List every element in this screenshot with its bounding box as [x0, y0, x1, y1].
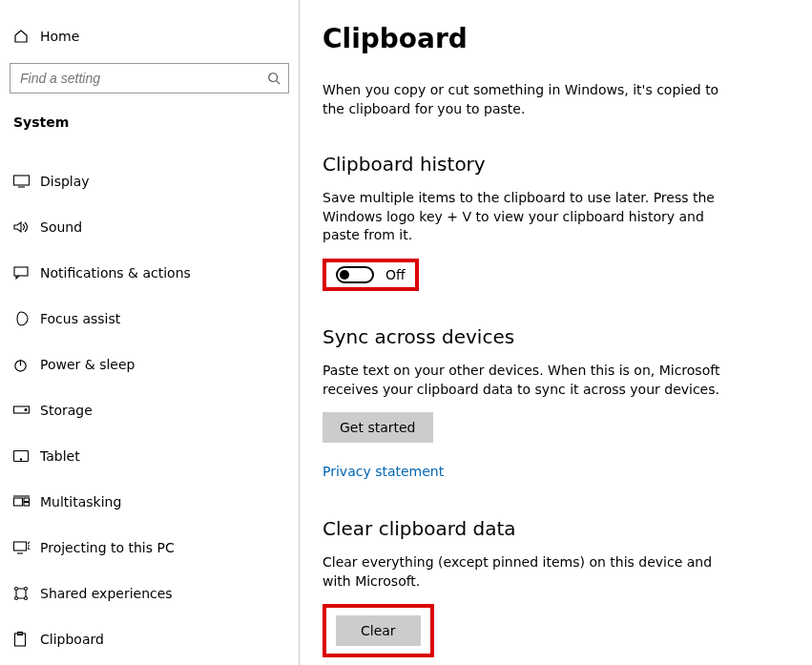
- multitasking-icon: [13, 495, 40, 509]
- sync-desc: Paste text on your other devices. When t…: [323, 362, 733, 399]
- svg-rect-1: [14, 176, 30, 185]
- svg-rect-8: [14, 498, 23, 506]
- svg-rect-10: [24, 503, 30, 507]
- clear-heading: Clear clipboard data: [323, 517, 755, 540]
- notifications-icon: [13, 266, 40, 280]
- highlight-frame: Clear: [323, 604, 434, 657]
- sidebar-item-label: Focus assist: [40, 311, 120, 326]
- svg-rect-9: [24, 498, 30, 502]
- sidebar-item-multitasking[interactable]: Multitasking: [0, 479, 299, 525]
- svg-rect-11: [14, 542, 27, 551]
- page-title: Clipboard: [323, 23, 755, 54]
- sidebar-item-label: Clipboard: [40, 632, 104, 647]
- search-wrap: [0, 63, 299, 94]
- storage-icon: [13, 405, 40, 415]
- sidebar-item-focus-assist[interactable]: Focus assist: [0, 296, 299, 342]
- clipboard-history-toggle[interactable]: [336, 266, 374, 283]
- settings-sidebar: Home System Display: [0, 0, 300, 665]
- sidebar-item-storage[interactable]: Storage: [0, 387, 299, 433]
- clipboard-history-desc: Save multiple items to the clipboard to …: [323, 189, 733, 245]
- sidebar-nav: Display Sound Notifications & actions: [0, 158, 299, 662]
- sidebar-item-label: Storage: [40, 403, 93, 418]
- sidebar-item-label: Multitasking: [40, 494, 121, 509]
- clipboard-icon: [13, 632, 40, 647]
- intro-text: When you copy or cut something in Window…: [323, 81, 733, 118]
- sidebar-item-label: Display: [40, 174, 90, 189]
- clear-button[interactable]: Clear: [336, 615, 421, 646]
- svg-point-12: [15, 588, 18, 591]
- sidebar-item-tablet[interactable]: Tablet: [0, 433, 299, 479]
- sidebar-item-label: Notifications & actions: [40, 265, 191, 281]
- settings-main: Clipboard When you copy or cut something…: [300, 0, 812, 665]
- sound-icon: [13, 220, 40, 234]
- projecting-icon: [13, 541, 40, 554]
- svg-rect-2: [14, 267, 28, 276]
- tablet-icon: [13, 450, 40, 463]
- focus-assist-icon: [13, 311, 40, 326]
- sidebar-item-label: Sound: [40, 219, 82, 235]
- sidebar-item-sound[interactable]: Sound: [0, 204, 299, 250]
- search-icon: [267, 72, 281, 85]
- toggle-state-label: Off: [385, 267, 406, 282]
- svg-point-13: [25, 588, 28, 591]
- search-box[interactable]: [10, 63, 289, 94]
- svg-point-0: [269, 73, 278, 82]
- display-icon: [13, 175, 40, 188]
- shared-experiences-icon: [13, 586, 40, 601]
- sidebar-home[interactable]: Home: [0, 19, 299, 53]
- sidebar-item-label: Projecting to this PC: [40, 540, 175, 555]
- sidebar-home-label: Home: [40, 29, 79, 44]
- get-started-button[interactable]: Get started: [323, 412, 433, 443]
- clipboard-history-heading: Clipboard history: [323, 153, 755, 176]
- svg-point-7: [20, 458, 21, 459]
- sidebar-section-heading: System: [0, 94, 299, 130]
- svg-point-15: [25, 597, 28, 600]
- home-icon: [13, 29, 40, 44]
- svg-point-14: [15, 597, 18, 600]
- sidebar-item-label: Tablet: [40, 448, 80, 464]
- toggle-knob: [340, 270, 349, 280]
- search-input[interactable]: [20, 71, 267, 86]
- sidebar-item-projecting[interactable]: Projecting to this PC: [0, 525, 299, 571]
- sidebar-item-power-sleep[interactable]: Power & sleep: [0, 342, 299, 387]
- sync-heading: Sync across devices: [323, 325, 755, 348]
- sidebar-item-label: Shared experiences: [40, 586, 173, 601]
- highlight-frame: Off: [323, 259, 419, 291]
- sidebar-item-shared-experiences[interactable]: Shared experiences: [0, 571, 299, 616]
- privacy-link[interactable]: Privacy statement: [323, 464, 444, 479]
- power-icon: [13, 358, 40, 372]
- sidebar-item-display[interactable]: Display: [0, 158, 299, 204]
- svg-point-5: [25, 409, 27, 411]
- sidebar-item-label: Power & sleep: [40, 357, 135, 372]
- sidebar-item-notifications[interactable]: Notifications & actions: [0, 250, 299, 296]
- sidebar-item-clipboard[interactable]: Clipboard: [0, 616, 299, 662]
- clear-desc: Clear everything (except pinned items) o…: [323, 553, 733, 591]
